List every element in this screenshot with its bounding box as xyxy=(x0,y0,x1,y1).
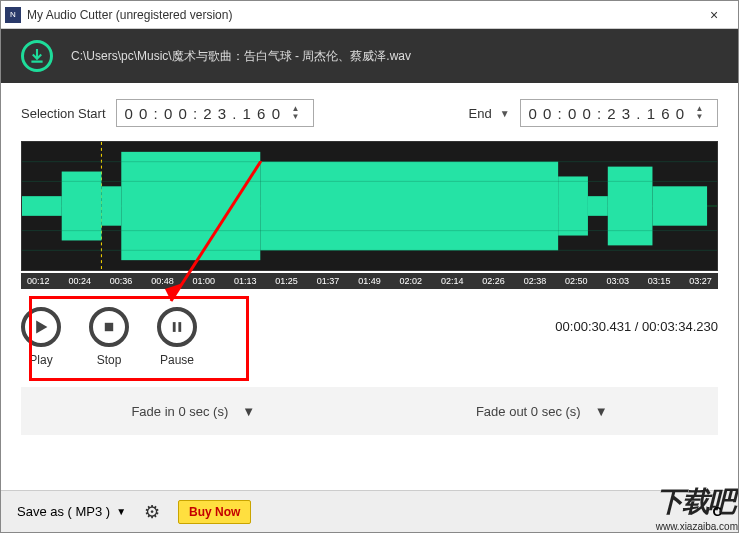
cut-button-partial[interactable]: C xyxy=(713,504,722,519)
titlebar: N My Audio Cutter (unregistered version)… xyxy=(1,1,738,29)
play-button[interactable]: Play xyxy=(21,307,61,367)
fade-out-label: Fade out 0 sec (s) xyxy=(476,404,581,419)
download-icon[interactable] xyxy=(21,40,53,72)
end-time-spinner[interactable]: ▲▼ xyxy=(691,105,709,121)
svg-rect-8 xyxy=(558,176,588,235)
time-readout: 00:00:30.431 / 00:03:34.230 xyxy=(555,307,718,334)
selection-start-label: Selection Start xyxy=(21,106,106,121)
close-button[interactable]: × xyxy=(694,7,734,23)
chevron-down-icon: ▼ xyxy=(116,506,126,517)
svg-rect-10 xyxy=(608,167,653,246)
bottom-toolbar: Save as ( MP3 ) ▼ ⚙ Buy Now C xyxy=(1,490,738,532)
fade-in-dropdown[interactable]: Fade in 0 sec (s) ▼ xyxy=(131,404,255,419)
svg-rect-3 xyxy=(22,196,62,216)
stop-button[interactable]: Stop xyxy=(89,307,129,367)
chevron-down-icon: ▼ xyxy=(595,404,608,419)
svg-rect-16 xyxy=(105,323,113,331)
start-time-input[interactable]: 0 0 : 0 0 : 2 3 . 1 6 0 ▲▼ xyxy=(116,99,314,127)
waveform-display[interactable] xyxy=(21,141,718,271)
svg-rect-11 xyxy=(652,186,707,225)
end-time-input[interactable]: 0 0 : 0 0 : 2 3 . 1 6 0 ▲▼ xyxy=(520,99,718,127)
save-as-dropdown[interactable]: Save as ( MP3 ) ▼ xyxy=(17,504,126,519)
pause-button[interactable]: Pause xyxy=(157,307,197,367)
file-path: C:\Users\pc\Music\魔术与歌曲：告白气球 - 周杰伦、蔡威泽.w… xyxy=(71,48,411,65)
playback-controls: Play Stop Pause 00:00:30.431 / 00:03:34.… xyxy=(1,289,738,367)
svg-rect-6 xyxy=(121,152,260,260)
end-time-value: 0 0 : 0 0 : 2 3 . 1 6 0 xyxy=(529,105,685,122)
time-ruler: 00:1200:24 00:3600:48 01:0001:13 01:2501… xyxy=(21,273,718,289)
buy-now-button[interactable]: Buy Now xyxy=(178,500,251,524)
pause-label: Pause xyxy=(160,353,194,367)
fade-out-dropdown[interactable]: Fade out 0 sec (s) ▼ xyxy=(476,404,608,419)
file-bar: C:\Users\pc\Music\魔术与歌曲：告白气球 - 周杰伦、蔡威泽.w… xyxy=(1,29,738,83)
save-as-label: Save as ( MP3 ) xyxy=(17,504,110,519)
selection-end-label: End xyxy=(469,106,492,121)
fade-in-label: Fade in 0 sec (s) xyxy=(131,404,228,419)
chevron-down-icon: ▼ xyxy=(242,404,255,419)
fade-settings-row: Fade in 0 sec (s) ▼ Fade out 0 sec (s) ▼ xyxy=(21,387,718,435)
start-time-value: 0 0 : 0 0 : 2 3 . 1 6 0 xyxy=(125,105,281,122)
app-icon: N xyxy=(5,7,21,23)
gear-icon[interactable]: ⚙ xyxy=(144,501,160,523)
svg-rect-5 xyxy=(101,186,121,225)
start-time-spinner[interactable]: ▲▼ xyxy=(287,105,305,121)
window-title: My Audio Cutter (unregistered version) xyxy=(27,8,232,22)
end-dropdown-icon[interactable]: ▼ xyxy=(500,108,510,119)
svg-rect-17 xyxy=(173,322,176,332)
svg-rect-9 xyxy=(588,196,608,216)
stop-label: Stop xyxy=(97,353,122,367)
svg-rect-4 xyxy=(62,172,102,241)
play-label: Play xyxy=(29,353,52,367)
time-selection-row: Selection Start 0 0 : 0 0 : 2 3 . 1 6 0 … xyxy=(1,83,738,135)
svg-rect-7 xyxy=(260,162,558,251)
svg-rect-18 xyxy=(178,322,181,332)
